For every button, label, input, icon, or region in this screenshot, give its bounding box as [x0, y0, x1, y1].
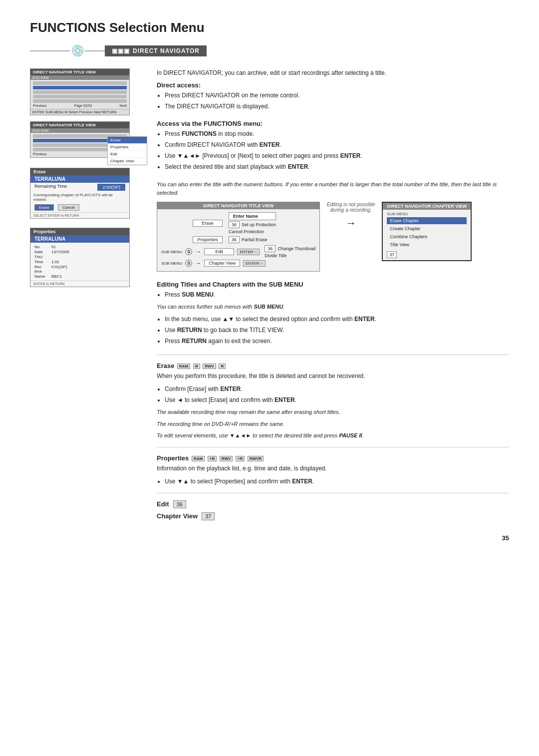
page-title: FUNCTIONS Selection Menu [30, 20, 509, 35]
editing-note: Editing is not possible during a recordi… [326, 202, 376, 213]
editing-section: Editing Titles and Chapters with the SUB… [157, 281, 509, 346]
banner-line-left [30, 50, 70, 51]
screen1-body: Previous Page 02/02 Next [30, 80, 129, 109]
diagram-area: DIRECT NAVIGATOR TITLE VIEW Erase Enter … [157, 202, 509, 272]
cv-header: DIRECT NAVIGATOR CHAPTER VIEW [383, 203, 471, 210]
cv-erase-chapter[interactable]: Erase Chapter [387, 217, 467, 224]
cv-body: SUB MENU Erase Chapter Create Chapter Co… [383, 210, 471, 260]
direct-nav-banner: 💿 ▣▣▣ DIRECT NAVIGATOR [30, 44, 509, 57]
section-divider-1 [157, 355, 509, 355]
chapter-view-box: DIRECT NAVIGATOR CHAPTER VIEW SUB MENU E… [382, 202, 472, 261]
erase-heading-text: Erase [157, 362, 174, 370]
editing-list-2: In the sub menu, use ▲▼ to select the de… [165, 315, 509, 346]
screen1-next: Next [120, 104, 127, 107]
editing-list: Press SUB MENU. [165, 290, 509, 299]
props-box-title: Properties [30, 228, 129, 235]
dtv-chapter-row: SUB MENU S → Chapter View ENTER→ [161, 260, 315, 267]
dtv-enter-name: Enter Name [229, 212, 276, 220]
access-functions-section: Access via the FUNCTIONS menu: Press FUN… [157, 120, 509, 171]
dtv-set-protect: Set up Protection [242, 222, 276, 227]
left-column: DIRECT NAVIGATOR TITLE VIEW DVD RAM Prev… [30, 68, 145, 524]
dtv-partial-erase: Partial Erase [242, 237, 268, 242]
screen1-sub: DVD RAM [30, 75, 129, 80]
screen2-container: DIRECT NAVIGATOR TITLE VIEW DVD RAM Prev… [30, 121, 145, 161]
dtv-erase-label: Erase [193, 220, 223, 227]
chapter-view-ref-line: Chapter View 37 [157, 512, 509, 520]
cv-create-chapter[interactable]: Create Chapter [387, 225, 467, 232]
cv-title-view[interactable]: Title View [387, 241, 467, 248]
access-bullet-3: Use ▼▲◄► [Previous] or [Next] to select … [165, 151, 509, 160]
erase-badge-rwv: RWV [203, 364, 216, 369]
erase-warning-text: Corresponding chapter of PLAYLISTS will … [30, 192, 129, 203]
screen1-title: DIRECT NAVIGATOR TITLE VIEW [30, 69, 129, 75]
props-badge-rwvr: RWVR [248, 456, 264, 461]
dtv-submenu-label-1: SUB MENU [161, 250, 182, 254]
dtv-header: DIRECT NAVIGATOR TITLE VIEW [157, 202, 319, 209]
props-rec-value: 0:01(SP) [51, 265, 125, 274]
intro-text: In DIRECT NAVIGATOR, you can archive, ed… [157, 68, 509, 77]
dtv-arrow-2: → [195, 260, 201, 267]
dtv-change-thumb: Change Thumbnail [277, 246, 315, 251]
props-grid: No. 01 Date 13/7/2005 THU Time 1:02 Rec … [30, 243, 129, 281]
editing-bullet-1: Press SUB MENU. [165, 290, 509, 299]
dtv-num-36b: 36 [229, 236, 240, 243]
access-bullet-2: Confirm DIRECT NAVIGATOR with ENTER. [165, 140, 509, 149]
screens-container: DIRECT NAVIGATOR TITLE VIEW DVD RAM Prev… [30, 68, 145, 287]
dvd-icon: 💿 [71, 44, 84, 57]
erase-italic-1: The available recording time may remain … [157, 408, 509, 416]
menu-item-chapter-view[interactable]: Chapter View [108, 158, 147, 165]
erase-confirm-button[interactable]: Erase [34, 204, 54, 211]
props-time-label: Time [34, 260, 49, 264]
dtv-arrow-1: → [195, 248, 201, 255]
dtv-circle-s-1: S [185, 248, 192, 255]
screen1-footer-text: ENTER SUB MENU M Select Previous Next RE… [32, 110, 116, 114]
erase-badge-r2: R [219, 364, 226, 369]
erase-bullet-2: Use ◄ to select [Erase] and confirm with… [165, 395, 509, 404]
arrow-area: Editing is not possible during a recordi… [326, 202, 376, 240]
menu-item-properties[interactable]: Properties [108, 144, 147, 151]
section-divider-2 [157, 447, 509, 447]
props-date-value: 13/7/2005 [51, 250, 125, 254]
dtv-divide-title: Divide Title [265, 253, 315, 258]
erase-cancel-button[interactable]: Cancel [58, 204, 79, 211]
dtv-properties-label: Properties [193, 236, 223, 243]
props-date-label: Date [34, 250, 49, 254]
cv-combine-chapters[interactable]: Combine Chapters [387, 233, 467, 240]
menu-item-erase[interactable]: Erase [108, 137, 147, 144]
dtv-circle-s-2: S [185, 260, 192, 267]
dtv-erase-row: Erase Enter Name 36 Set up Protection Ca… [161, 212, 315, 234]
editing-italic: You can access further sub menus with SU… [157, 303, 509, 311]
dtv-chapter-view-label: Chapter View [204, 260, 240, 267]
props-day-label: THU [34, 255, 49, 259]
screen1-row1 [33, 81, 127, 85]
dtv-properties-row: Properties 36 Partial Erase [161, 236, 315, 243]
screen2-popup-menu: Erase Properties Edit Chapter View [107, 136, 147, 165]
dtv-num-36c: 36 [265, 245, 275, 252]
screen1-row2 [33, 86, 127, 89]
dtv-cancel-protect: Cancel Protection [229, 229, 276, 234]
chapter-view-ref-badge: 37 [202, 512, 215, 520]
access-bullet-1: Press FUNCTIONS in stop mode. [165, 129, 509, 138]
erase-remaining-label: Remaining Time [34, 184, 67, 191]
access-functions-list: Press FUNCTIONS in stop mode. Confirm DI… [165, 129, 509, 171]
props-time-value: 1:02 [51, 260, 125, 264]
properties-box: Properties TERRALUNA No. 01 Date 13/7/20… [30, 228, 130, 287]
props-text: Information on the playback list, e.g. t… [157, 464, 509, 473]
screen1-prev: Previous [33, 104, 46, 107]
title-view-screen-1: DIRECT NAVIGATOR TITLE VIEW DVD RAM Prev… [30, 68, 130, 115]
screen2-sub: DVD RAM [30, 128, 129, 133]
erase-remaining-value: 2:00(SP) [97, 184, 125, 191]
screen1-row5 [33, 99, 127, 103]
props-heading-text: Properties [157, 454, 189, 462]
editing-bullet-3: Use RETURN to go back to the TITLE VIEW. [165, 326, 509, 335]
props-name-value: BBC1 [51, 274, 125, 279]
props-no-label: No. [34, 245, 49, 249]
erase-italic-3: To edit several elements, use ▼▲◄► to se… [157, 432, 509, 439]
direct-access-list: Press DIRECT NAVIGATOR on the remote con… [165, 91, 509, 111]
right-column: In DIRECT NAVIGATOR, you can archive, ed… [157, 68, 509, 524]
cv-submenu-label: SUB MENU [387, 212, 467, 216]
erase-badge-r: R [193, 364, 200, 369]
screen1-row3 [33, 90, 127, 94]
erase-italic-2: The recording time on DVD-R/+R remains t… [157, 420, 509, 428]
menu-item-edit[interactable]: Edit [108, 151, 147, 158]
